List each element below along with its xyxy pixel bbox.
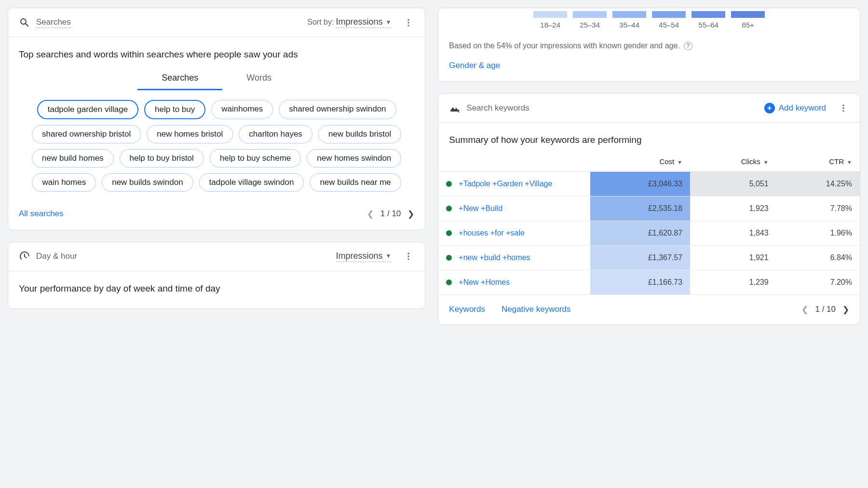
add-keyword-button[interactable]: + Add keyword [764, 103, 826, 113]
svg-point-7 [842, 107, 844, 109]
day-hour-title: Day & hour [36, 251, 77, 261]
keyword-cell: +Tadpole +Garden +Village [438, 171, 590, 196]
all-searches-link[interactable]: All searches [19, 209, 64, 219]
search-chip[interactable]: help to buy [144, 100, 205, 119]
age-swatch [692, 11, 725, 18]
age-bucket: 25–34 [571, 11, 608, 29]
more-menu-button[interactable] [403, 17, 414, 28]
search-chip[interactable]: help to buy bristol [120, 149, 204, 167]
next-page-button[interactable]: ❯ [407, 209, 414, 219]
status-dot [446, 255, 452, 261]
cost-cell: £1,367.57 [590, 245, 690, 270]
search-chip[interactable]: shared ownership swindon [279, 100, 396, 119]
clicks-cell: 5,051 [690, 171, 776, 196]
page-indicator: 1 / 10 [815, 305, 836, 314]
search-chip[interactable]: new builds near me [310, 173, 401, 192]
keywords-header: Search keywords + Add keyword [438, 94, 860, 123]
keyword-footer-links: KeywordsNegative keywords [449, 305, 570, 314]
cost-cell: £2,535.18 [590, 196, 690, 221]
searches-pager: ❮ 1 / 10 ❯ [367, 209, 415, 219]
age-swatch [731, 11, 765, 18]
tab-searches[interactable]: Searches [137, 66, 222, 90]
search-chip[interactable]: wain homes [32, 173, 96, 192]
prev-page-button[interactable]: ❮ [801, 305, 808, 315]
ctr-cell: 7.20% [776, 270, 860, 294]
age-bucket: 55–64 [690, 11, 727, 29]
ctr-cell: 7.78% [776, 196, 860, 221]
clicks-cell: 1,921 [690, 245, 776, 270]
search-chip[interactable]: new builds swindon [102, 173, 193, 192]
sort-label: Sort by: [307, 18, 334, 27]
keywords-pager: ❮ 1 / 10 ❯ [801, 305, 849, 315]
search-chip[interactable]: new homes bristol [147, 125, 233, 143]
searches-title[interactable]: Searches [36, 17, 71, 28]
search-chip[interactable]: charlton hayes [239, 125, 312, 143]
footer-link-keywords[interactable]: Keywords [449, 305, 485, 314]
keyword-name[interactable]: +Tadpole +Garden +Village [459, 180, 552, 188]
age-swatch [533, 11, 567, 18]
age-label: 18–24 [540, 21, 560, 29]
age-bucket: 65+ [730, 11, 766, 29]
svg-point-6 [842, 104, 844, 106]
more-menu-button[interactable] [403, 251, 414, 262]
searches-tabs: SearchesWords [19, 66, 414, 90]
searches-header: Searches Sort by: Impressions ▼ [8, 8, 425, 37]
age-swatch [652, 11, 686, 18]
prev-page-button[interactable]: ❮ [367, 209, 374, 219]
keywords-card: Search keywords + Add keyword Summary of… [438, 93, 860, 325]
search-chip[interactable]: tadpole village swindon [199, 173, 304, 192]
svg-point-4 [408, 255, 409, 257]
table-row: +houses +for +sale£1,620.871,8431.96% [438, 221, 860, 245]
search-chip[interactable]: tadpole garden village [37, 100, 138, 119]
sort-by[interactable]: Sort by: Impressions ▼ [307, 17, 391, 28]
status-dot [446, 206, 452, 211]
svg-point-8 [842, 110, 844, 112]
table-row: +New +Homes£1,166.731,2397.20% [438, 270, 860, 294]
next-page-button[interactable]: ❯ [842, 305, 849, 315]
svg-point-1 [408, 22, 409, 23]
cost-cell: £3,046.33 [590, 171, 690, 196]
age-label: 65+ [742, 21, 754, 29]
search-chip[interactable]: new builds bristol [318, 125, 401, 143]
age-label: 45–54 [659, 21, 679, 29]
tab-words[interactable]: Words [222, 66, 296, 90]
more-menu-button[interactable] [838, 102, 849, 114]
page-indicator: 1 / 10 [380, 209, 401, 219]
sort-value: Impressions [336, 17, 382, 27]
plus-icon: + [764, 103, 775, 113]
table-row: +new +build +homes£1,367.571,9216.84% [438, 245, 860, 270]
search-chip[interactable]: help to buy scheme [210, 149, 301, 167]
caret-down-icon: ▼ [385, 19, 391, 26]
age-swatch [612, 11, 646, 18]
info-icon[interactable]: ? [684, 42, 692, 50]
search-chip[interactable]: shared ownership bristol [32, 125, 141, 143]
keyword-cell: +houses +for +sale [438, 221, 590, 245]
clicks-cell: 1,843 [690, 221, 776, 245]
keywords-title: Search keywords [466, 103, 529, 113]
day-hour-header: Day & hour Impressions ▼ [8, 242, 425, 271]
search-chip[interactable]: wainhomes [211, 100, 273, 119]
footer-link-negative-keywords[interactable]: Negative keywords [502, 305, 571, 314]
column-header-ctr[interactable]: CTR▼ [776, 152, 860, 172]
keyword-name[interactable]: +New +Homes [459, 278, 510, 287]
age-bucket: 18–24 [532, 11, 569, 29]
svg-point-3 [408, 253, 409, 254]
gender-age-card: 18–2425–3435–4445–5455–6465+ Based on th… [438, 8, 860, 82]
clock-icon [19, 251, 30, 262]
search-chip[interactable]: new homes swindon [307, 149, 401, 167]
age-swatch [573, 11, 607, 18]
keyword-name[interactable]: +houses +for +sale [459, 229, 525, 237]
cost-cell: £1,620.87 [590, 221, 690, 245]
cost-cell: £1,166.73 [590, 270, 690, 294]
metric-selector[interactable]: Impressions ▼ [336, 251, 391, 262]
column-header-clicks[interactable]: Clicks▼ [690, 152, 776, 172]
keyword-name[interactable]: +new +build +homes [459, 253, 530, 262]
column-header-cost[interactable]: Cost▼ [590, 152, 690, 172]
keyword-name[interactable]: +New +Build [459, 204, 502, 213]
searches-card: Searches Sort by: Impressions ▼ Top sear… [8, 8, 425, 230]
status-dot [446, 230, 452, 236]
search-chip[interactable]: new build homes [32, 149, 114, 167]
gender-age-link[interactable]: Gender & age [449, 61, 500, 70]
keyword-cell: +New +Homes [438, 270, 590, 294]
caret-down-icon: ▼ [385, 252, 391, 259]
